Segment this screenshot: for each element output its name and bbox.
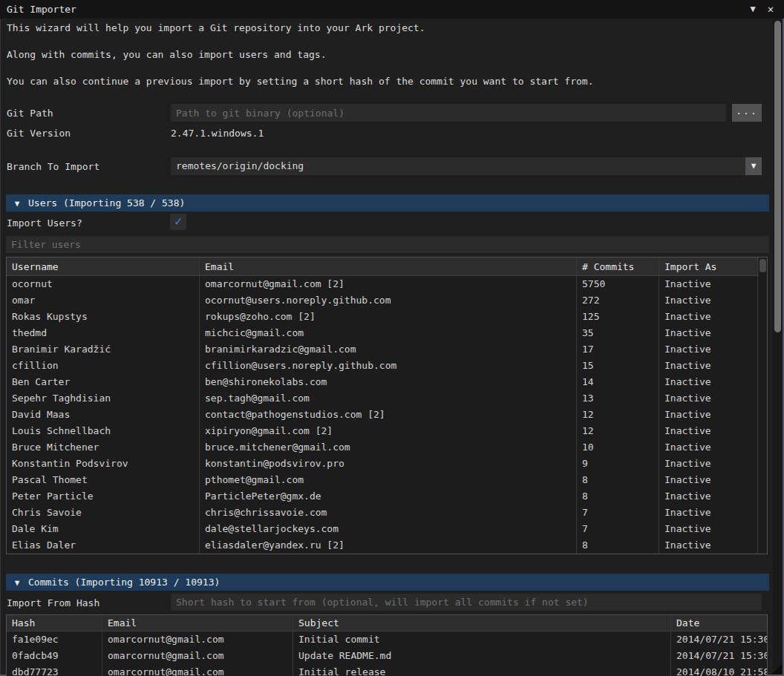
column-header-import-as[interactable]: Import As — [659, 257, 758, 275]
table-cell-import_as: Inactive — [659, 309, 758, 325]
column-header-email[interactable]: Email — [102, 615, 293, 631]
table-cell-email: contact@pathogenstudios.com [2] — [200, 407, 577, 423]
browse-git-path-button[interactable]: ... — [732, 104, 762, 122]
intro-line-2: Along with commits, you can also import … — [7, 49, 326, 60]
table-cell-email: chris@chrissavoie.com — [200, 505, 577, 521]
triangle-down-icon: ▼ — [6, 195, 28, 212]
users-section-header[interactable]: ▼Users (Importing 538 / 538) — [6, 194, 769, 211]
table-cell-username: omar — [7, 292, 200, 309]
table-row[interactable]: Peter ParticleParticlePeter@gmx.de8Inact… — [7, 488, 767, 505]
commits-table-body: fa1e09ecomarcornut@gmail.comInitial comm… — [7, 631, 767, 676]
import-from-hash-input[interactable] — [171, 594, 762, 611]
table-cell-email: sep.tagh@gmail.com — [200, 390, 577, 407]
table-row[interactable]: cfillioncfillion@users.noreply.github.co… — [7, 358, 767, 374]
table-cell-commits: 13 — [577, 390, 659, 407]
table-cell-commits: 14 — [577, 374, 659, 390]
column-header-date[interactable]: Date — [671, 615, 767, 631]
collapse-window-icon[interactable]: ▼ — [745, 0, 760, 19]
table-cell-import_as: Inactive — [659, 325, 758, 341]
commits-section-header[interactable]: ▼Commits (Importing 10913 / 10913) — [6, 574, 769, 591]
table-cell-username: Ben Carter — [7, 374, 200, 390]
column-header-commits[interactable]: # Commits — [577, 257, 659, 275]
column-header-hash[interactable]: Hash — [7, 615, 102, 631]
table-cell-import_as: Inactive — [659, 292, 758, 309]
table-row[interactable]: omarocornut@users.noreply.github.com272I… — [7, 292, 767, 309]
table-cell-import_as: Inactive — [659, 390, 758, 407]
table-row[interactable]: dbd77723omarcornut@gmail.comInitial rele… — [7, 664, 767, 676]
table-cell-commits: 7 — [577, 521, 659, 537]
table-row[interactable]: Ben Carterben@shironekolabs.com14Inactiv… — [7, 374, 767, 390]
table-cell-commits: 8 — [577, 488, 659, 505]
table-cell-email: pthomet@gmail.com — [200, 472, 577, 488]
table-cell-email: ben@shironekolabs.com — [200, 374, 577, 390]
table-cell-import_as: Inactive — [659, 472, 758, 488]
column-header-username[interactable]: Username — [7, 257, 200, 275]
table-cell-import_as: Inactive — [659, 358, 758, 374]
table-row[interactable]: Louis Schnellbachxipiryon@gmail.com [2]1… — [7, 423, 767, 439]
table-row[interactable]: fa1e09ecomarcornut@gmail.comInitial comm… — [7, 631, 767, 648]
table-row[interactable]: Chris Savoiechris@chrissavoie.com7Inacti… — [7, 505, 767, 521]
table-row[interactable]: 0fadcb49omarcornut@gmail.comUpdate READM… — [7, 648, 767, 664]
table-cell-email: omarcornut@gmail.com — [102, 631, 293, 648]
table-cell-email: branimirkaradzic@gmail.com — [200, 341, 577, 358]
table-cell-username: Chris Savoie — [7, 505, 200, 521]
table-cell-email: konstantin@podsvirov.pro — [200, 456, 577, 472]
chevron-down-icon[interactable]: ▼ — [745, 157, 762, 175]
git-path-input[interactable] — [171, 104, 726, 122]
table-cell-commits: 5750 — [577, 276, 659, 292]
table-row[interactable]: Branimir Karadžićbranimirkaradzic@gmail.… — [7, 341, 767, 358]
git-path-label: Git Path — [7, 108, 53, 119]
table-cell-import_as: Inactive — [659, 505, 758, 521]
table-cell-username: Konstantin Podsvirov — [7, 456, 200, 472]
table-cell-username: Louis Schnellbach — [7, 423, 200, 439]
table-cell-import_as: Inactive — [659, 537, 758, 554]
table-row[interactable]: Rokas Kupstysrokups@zoho.com [2]125Inact… — [7, 309, 767, 325]
table-row[interactable]: thedmdmichcic@gmail.com35Inactive — [7, 325, 767, 341]
window-scrollbar-thumb[interactable] — [774, 21, 781, 332]
table-row[interactable]: Bruce Mitchenerbruce.mitchener@gmail.com… — [7, 439, 767, 456]
branch-combo-value: remotes/origin/docking — [176, 157, 304, 175]
import-users-checkbox[interactable]: ✓ — [170, 214, 186, 230]
table-cell-date: 2014/07/21 15:30 — [671, 648, 767, 664]
window-scrollbar[interactable] — [773, 19, 783, 675]
table-row[interactable]: ocornutomarcornut@gmail.com [2]5750Inact… — [7, 276, 767, 292]
table-cell-email: eliasdaler@yandex.ru [2] — [200, 537, 577, 554]
table-row[interactable]: Konstantin Podsvirovkonstantin@podsvirov… — [7, 456, 767, 472]
title-bar: Git Importer ▼ ✕ — [0, 0, 784, 19]
table-cell-commits: 35 — [577, 325, 659, 341]
table-cell-hash: 0fadcb49 — [7, 648, 102, 664]
git-version-label: Git Version — [7, 128, 71, 139]
git-version-value: 2.47.1.windows.1 — [171, 128, 264, 139]
users-table: Username Email # Commits Import As ocorn… — [6, 257, 768, 554]
table-cell-email: cfillion@users.noreply.github.com — [200, 358, 577, 374]
table-cell-email: omarcornut@gmail.com — [102, 664, 293, 676]
table-cell-username: David Maas — [7, 407, 200, 423]
commits-table: Hash Email Subject Date fa1e09ecomarcorn… — [6, 614, 768, 676]
users-table-scrollbar[interactable] — [759, 257, 767, 554]
table-cell-username: Pascal Thomet — [7, 472, 200, 488]
close-window-icon[interactable]: ✕ — [763, 0, 778, 19]
table-cell-username: ocornut — [7, 276, 200, 292]
column-header-subject[interactable]: Subject — [293, 615, 671, 631]
table-cell-commits: 10 — [577, 439, 659, 456]
table-cell-hash: fa1e09ec — [7, 631, 102, 648]
table-row[interactable]: Pascal Thometpthomet@gmail.com8Inactive — [7, 472, 767, 488]
table-row[interactable]: Dale Kimdale@stellarjockeys.com7Inactive — [7, 521, 767, 537]
table-cell-email: omarcornut@gmail.com — [102, 648, 293, 664]
branch-to-import-label: Branch To Import — [7, 161, 99, 172]
table-cell-import_as: Inactive — [659, 439, 758, 456]
table-cell-import_as: Inactive — [659, 456, 758, 472]
table-row[interactable]: David Maascontact@pathogenstudios.com [2… — [7, 407, 767, 423]
resize-grip[interactable] — [771, 663, 783, 675]
table-cell-commits: 7 — [577, 505, 659, 521]
table-cell-hash: dbd77723 — [7, 664, 102, 676]
table-cell-email: omarcornut@gmail.com [2] — [200, 276, 577, 292]
table-row[interactable]: Elias Dalereliasdaler@yandex.ru [2]8Inac… — [7, 537, 767, 554]
table-cell-import_as: Inactive — [659, 423, 758, 439]
filter-users-input[interactable] — [6, 236, 769, 253]
column-header-email[interactable]: Email — [200, 257, 577, 275]
table-cell-commits: 12 — [577, 407, 659, 423]
branch-combo[interactable]: remotes/origin/docking ▼ — [171, 157, 762, 175]
table-row[interactable]: Sepehr Taghdisiansep.tagh@gmail.com13Ina… — [7, 390, 767, 407]
users-table-scrollbar-thumb[interactable] — [760, 259, 766, 272]
